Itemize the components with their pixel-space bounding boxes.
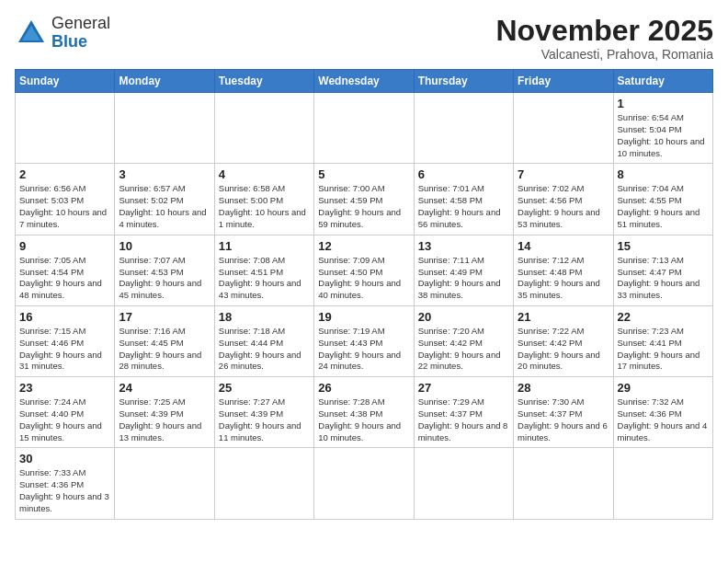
calendar-cell: 19Sunrise: 7:19 AM Sunset: 4:43 PM Dayli… [314,305,414,376]
calendar-cell: 30Sunrise: 7:33 AM Sunset: 4:36 PM Dayli… [16,448,115,519]
calendar-cell [414,93,513,164]
calendar-cell: 9Sunrise: 7:05 AM Sunset: 4:54 PM Daylig… [16,235,115,305]
day-info: Sunrise: 7:09 AM Sunset: 4:50 PM Dayligh… [318,255,409,302]
day-number: 8 [618,167,709,181]
calendar-cell: 5Sunrise: 7:00 AM Sunset: 4:59 PM Daylig… [314,164,414,235]
page-header: General Blue November 2025 Valcanesti, P… [15,15,713,62]
day-number: 3 [119,167,210,181]
calendar-cell [514,448,613,519]
day-info: Sunrise: 7:02 AM Sunset: 4:56 PM Dayligh… [518,183,609,230]
day-info: Sunrise: 6:58 AM Sunset: 5:00 PM Dayligh… [219,183,310,230]
week-row-6: 30Sunrise: 7:33 AM Sunset: 4:36 PM Dayli… [16,448,713,519]
calendar-cell: 2Sunrise: 6:56 AM Sunset: 5:03 PM Daylig… [16,164,115,235]
weekday-header-saturday: Saturday [613,70,712,93]
day-number: 11 [219,239,310,253]
day-info: Sunrise: 7:27 AM Sunset: 4:39 PM Dayligh… [219,396,310,443]
day-info: Sunrise: 7:11 AM Sunset: 4:49 PM Dayligh… [418,255,509,302]
calendar-cell [16,93,115,164]
day-number: 12 [318,239,409,253]
calendar-cell: 28Sunrise: 7:30 AM Sunset: 4:37 PM Dayli… [514,377,613,448]
week-row-1: 1Sunrise: 6:54 AM Sunset: 5:04 PM Daylig… [16,93,713,164]
day-number: 24 [119,381,210,395]
day-number: 5 [318,167,409,181]
calendar-cell: 15Sunrise: 7:13 AM Sunset: 4:47 PM Dayli… [613,235,712,305]
calendar-cell [214,448,313,519]
calendar-cell: 26Sunrise: 7:28 AM Sunset: 4:38 PM Dayli… [314,377,414,448]
weekday-header-row: SundayMondayTuesdayWednesdayThursdayFrid… [16,70,713,93]
calendar-cell [115,93,214,164]
logo-text: General Blue [51,15,110,52]
day-number: 4 [219,167,310,181]
day-number: 26 [318,381,409,395]
day-info: Sunrise: 7:30 AM Sunset: 4:37 PM Dayligh… [518,396,609,443]
day-number: 7 [518,167,609,181]
calendar-cell: 17Sunrise: 7:16 AM Sunset: 4:45 PM Dayli… [115,305,214,376]
day-number: 9 [19,239,110,253]
day-number: 6 [418,167,509,181]
calendar-cell: 16Sunrise: 7:15 AM Sunset: 4:46 PM Dayli… [16,305,115,376]
day-number: 29 [618,381,709,395]
calendar-cell: 29Sunrise: 7:32 AM Sunset: 4:36 PM Dayli… [613,377,712,448]
calendar-cell: 25Sunrise: 7:27 AM Sunset: 4:39 PM Dayli… [214,377,313,448]
calendar-cell: 23Sunrise: 7:24 AM Sunset: 4:40 PM Dayli… [16,377,115,448]
day-info: Sunrise: 7:22 AM Sunset: 4:42 PM Dayligh… [518,326,609,373]
day-info: Sunrise: 6:54 AM Sunset: 5:04 PM Dayligh… [618,112,709,159]
calendar-cell [314,93,414,164]
day-number: 19 [318,310,409,324]
day-info: Sunrise: 7:01 AM Sunset: 4:58 PM Dayligh… [418,183,509,230]
weekday-header-friday: Friday [514,70,613,93]
day-info: Sunrise: 7:16 AM Sunset: 4:45 PM Dayligh… [119,326,210,373]
day-info: Sunrise: 7:00 AM Sunset: 4:59 PM Dayligh… [318,183,409,230]
day-info: Sunrise: 6:57 AM Sunset: 5:02 PM Dayligh… [119,183,210,230]
day-info: Sunrise: 7:07 AM Sunset: 4:53 PM Dayligh… [119,255,210,302]
calendar-cell [514,93,613,164]
day-number: 10 [119,239,210,253]
location: Valcanesti, Prahova, Romania [495,47,713,62]
day-info: Sunrise: 7:20 AM Sunset: 4:42 PM Dayligh… [418,326,509,373]
calendar-cell [214,93,313,164]
day-number: 20 [418,310,509,324]
day-info: Sunrise: 7:18 AM Sunset: 4:44 PM Dayligh… [219,326,310,373]
day-number: 16 [19,310,110,324]
calendar-cell: 14Sunrise: 7:12 AM Sunset: 4:48 PM Dayli… [514,235,613,305]
day-info: Sunrise: 7:12 AM Sunset: 4:48 PM Dayligh… [518,255,609,302]
day-number: 18 [219,310,310,324]
calendar-cell: 12Sunrise: 7:09 AM Sunset: 4:50 PM Dayli… [314,235,414,305]
day-number: 1 [618,97,709,110]
day-number: 27 [418,381,509,395]
calendar-cell [314,448,414,519]
calendar-cell: 8Sunrise: 7:04 AM Sunset: 4:55 PM Daylig… [613,164,712,235]
day-number: 17 [119,310,210,324]
calendar-cell: 21Sunrise: 7:22 AM Sunset: 4:42 PM Dayli… [514,305,613,376]
week-row-2: 2Sunrise: 6:56 AM Sunset: 5:03 PM Daylig… [16,164,713,235]
day-info: Sunrise: 7:29 AM Sunset: 4:37 PM Dayligh… [418,396,509,443]
calendar-cell: 24Sunrise: 7:25 AM Sunset: 4:39 PM Dayli… [115,377,214,448]
day-info: Sunrise: 7:23 AM Sunset: 4:41 PM Dayligh… [618,326,709,373]
calendar-cell: 6Sunrise: 7:01 AM Sunset: 4:58 PM Daylig… [414,164,513,235]
calendar-cell: 7Sunrise: 7:02 AM Sunset: 4:56 PM Daylig… [514,164,613,235]
calendar-cell [115,448,214,519]
day-number: 25 [219,381,310,395]
day-info: Sunrise: 7:24 AM Sunset: 4:40 PM Dayligh… [19,396,110,443]
week-row-5: 23Sunrise: 7:24 AM Sunset: 4:40 PM Dayli… [16,377,713,448]
calendar-cell: 22Sunrise: 7:23 AM Sunset: 4:41 PM Dayli… [613,305,712,376]
weekday-header-sunday: Sunday [16,70,115,93]
day-info: Sunrise: 6:56 AM Sunset: 5:03 PM Dayligh… [19,183,110,230]
calendar-cell: 4Sunrise: 6:58 AM Sunset: 5:00 PM Daylig… [214,164,313,235]
logo: General Blue [15,15,110,52]
day-info: Sunrise: 7:25 AM Sunset: 4:39 PM Dayligh… [119,396,210,443]
day-number: 2 [19,167,110,181]
day-info: Sunrise: 7:33 AM Sunset: 4:36 PM Dayligh… [19,467,110,514]
day-info: Sunrise: 7:05 AM Sunset: 4:54 PM Dayligh… [19,255,110,302]
day-number: 13 [418,239,509,253]
day-info: Sunrise: 7:04 AM Sunset: 4:55 PM Dayligh… [618,183,709,230]
day-number: 14 [518,239,609,253]
day-number: 21 [518,310,609,324]
weekday-header-monday: Monday [115,70,214,93]
title-block: November 2025 Valcanesti, Prahova, Roman… [495,15,713,62]
calendar-cell: 10Sunrise: 7:07 AM Sunset: 4:53 PM Dayli… [115,235,214,305]
month-title: November 2025 [495,15,713,47]
calendar-cell: 20Sunrise: 7:20 AM Sunset: 4:42 PM Dayli… [414,305,513,376]
calendar-cell: 27Sunrise: 7:29 AM Sunset: 4:37 PM Dayli… [414,377,513,448]
calendar-cell: 1Sunrise: 6:54 AM Sunset: 5:04 PM Daylig… [613,93,712,164]
